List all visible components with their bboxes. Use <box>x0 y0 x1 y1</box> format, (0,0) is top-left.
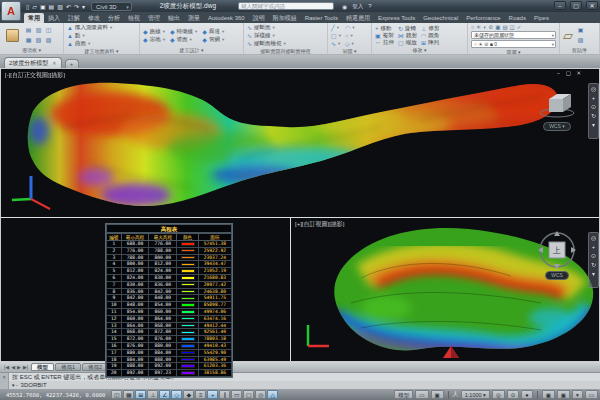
nav-tool-icon[interactable]: ⊙ <box>591 104 596 111</box>
minimize-button[interactable]: – <box>554 1 566 10</box>
application-menu-button[interactable]: A <box>1 1 21 21</box>
layer-tool-icon[interactable]: ◫ <box>510 24 515 30</box>
model-space-button[interactable]: 模型 <box>394 390 413 399</box>
quick-access-icon[interactable]: ▤ <box>49 3 55 10</box>
new-drawing-tab-button[interactable]: + <box>65 59 79 68</box>
draw-tool-button[interactable]: ╱▾ <box>331 24 341 31</box>
status-toggle-button[interactable]: ◫ <box>111 390 122 399</box>
palette-icon[interactable]: ▨ <box>44 36 53 45</box>
quick-view-icon[interactable]: ▭ <box>415 390 428 399</box>
ribbon-tab[interactable]: 分析 <box>104 13 124 23</box>
ribbon-button[interactable]: ∿縱斷面檢視▾ <box>247 40 286 47</box>
modify-tool-button[interactable]: ▢縮放 <box>398 39 417 46</box>
quick-access-icon[interactable]: ▯ <box>26 3 29 10</box>
tray-icon[interactable]: ▣ <box>542 390 555 399</box>
draw-tool-button[interactable]: ◠▾ <box>345 24 355 31</box>
drawing-tab[interactable]: 2坡度分析模型 ✕ <box>4 57 62 68</box>
ribbon-tab[interactable]: 常用 <box>24 13 44 23</box>
search-input[interactable]: 鍵入關鍵字或詞語 <box>238 2 334 10</box>
clipboard-icon[interactable]: ▣ <box>576 26 585 35</box>
ribbon-button[interactable]: ▲曲面▾ <box>67 40 112 47</box>
quick-access-icon[interactable]: ▾ <box>82 3 85 10</box>
modify-tool-button[interactable]: ◠圓角 <box>421 32 439 39</box>
ribbon-button[interactable]: ◆管網▾ <box>202 36 224 43</box>
ribbon-button[interactable]: ◆特徵線▾ <box>170 28 197 35</box>
modify-tool-button[interactable]: ⋈鏡射 <box>398 32 417 39</box>
paste-button[interactable]: ▱ <box>563 28 573 43</box>
panel-title[interactable]: 選項板 ▾ <box>0 47 63 54</box>
status-toggle-button[interactable]: ◎ <box>255 390 266 399</box>
layout-nav-icon[interactable]: ◀ <box>11 364 15 370</box>
ribbon-button[interactable]: ∿縱斷面▾ <box>247 24 286 31</box>
quick-view-icon[interactable]: ▣ <box>431 390 444 399</box>
panel-title[interactable]: 建立設計 ▾ <box>140 47 243 54</box>
ribbon-button[interactable]: ◆坡面▾ <box>170 36 197 43</box>
ribbon-tab[interactable]: Roads <box>505 13 530 23</box>
status-toggle-button[interactable]: ≡ <box>195 390 206 399</box>
ribbon-tab[interactable]: Express Tools <box>374 13 419 23</box>
wcs-dropdown[interactable]: WCS <box>545 271 569 280</box>
panel-title[interactable]: 製圖 ▾ <box>328 48 371 55</box>
quick-access-icon[interactable]: ▥ <box>57 3 63 10</box>
layer-tool-icon[interactable]: ▣ <box>495 24 500 30</box>
viewcube-top-icon[interactable]: 上 <box>537 230 577 270</box>
quick-access-icon[interactable]: ↶ <box>66 3 71 10</box>
ribbon-tab[interactable]: 檢視 <box>124 13 144 23</box>
viewport-legend[interactable]: 高程表 編號最小高程最大高程顏色面積 1688.00776.00 57451.3… <box>1 218 291 361</box>
viewcube-plan[interactable]: 上 WCS <box>537 230 577 280</box>
nav-tool-icon[interactable]: ↻ <box>591 113 596 120</box>
status-toggle-button[interactable]: ◆ <box>183 390 194 399</box>
tray-icon[interactable]: ▭ <box>585 390 598 399</box>
command-input[interactable]: ▾ - 3DORBIT <box>9 381 600 389</box>
nav-tool-icon[interactable]: + <box>592 95 596 102</box>
ribbon-tab[interactable]: Geotechnical <box>419 13 462 23</box>
layer-tool-icon[interactable]: ☀ <box>476 24 481 30</box>
ribbon-tab[interactable]: 修改 <box>84 13 104 23</box>
search-icon[interactable]: ◉ <box>342 3 347 10</box>
terrain-3d-surface[interactable] <box>1 69 599 218</box>
ribbon-button[interactable]: ∿採樣線▾ <box>247 32 286 39</box>
viewport-controls-label[interactable]: [-][自訂正交視圖][描影] <box>5 71 65 80</box>
ribbon-tab[interactable]: 測量 <box>184 13 204 23</box>
status-toggle-button[interactable]: ▦ <box>123 390 134 399</box>
ribbon-button[interactable]: ◆廊道▾ <box>202 28 224 35</box>
annotation-scale-dropdown[interactable]: 1:1000 ▾ <box>461 390 490 399</box>
ribbon-tab[interactable]: Raster Tools <box>301 13 342 23</box>
close-command-icon[interactable]: ✕ <box>2 373 6 381</box>
tray-icon[interactable]: ▣ <box>557 390 570 399</box>
panel-title[interactable]: 修改 ▾ <box>372 47 467 54</box>
layer-tool-icon[interactable]: ○ <box>471 24 474 30</box>
draw-tool-button[interactable]: ▢▾ <box>331 32 341 39</box>
close-button[interactable]: ✕ <box>586 1 598 10</box>
draw-tool-button[interactable]: ∿▾ <box>331 40 341 47</box>
restore-button[interactable]: ▢ <box>570 1 582 10</box>
nav-tool-icon[interactable]: ◎ <box>591 86 596 93</box>
help-icon[interactable]: ? <box>368 3 371 9</box>
ribbon-button[interactable]: ▲匯入測量資料▾ <box>67 24 112 31</box>
status-toggle-button[interactable]: ⊥ <box>147 390 158 399</box>
layer-tool-icon[interactable]: ◐ <box>483 24 486 30</box>
ribbon-button[interactable]: ▲點▾ <box>67 32 112 39</box>
status-tool-icon[interactable]: ◎ <box>492 390 505 399</box>
layer-tool-icon[interactable]: ⊘ <box>489 24 494 30</box>
ribbon-tab[interactable]: 說明 <box>249 13 269 23</box>
quick-access-icon[interactable]: ▣ <box>40 3 46 10</box>
palette-icon[interactable]: ▤ <box>24 26 33 35</box>
ribbon-tab[interactable]: 註解 <box>64 13 84 23</box>
modify-tool-button[interactable]: ⊞陣列 <box>421 39 439 46</box>
ribbon-tab[interactable]: 精選應用 <box>342 13 374 23</box>
workspace-switcher[interactable]: Civil 3D ▾ <box>91 2 132 11</box>
status-toggle-button[interactable]: △ <box>267 390 278 399</box>
viewport-main[interactable]: [-][自訂正交視圖][描影] – ▢ ✕ <box>1 69 599 218</box>
status-toggle-button[interactable]: ▢ <box>243 390 254 399</box>
status-toggle-button[interactable]: ▭ <box>231 390 242 399</box>
draw-tool-button[interactable]: ○▾ <box>345 32 355 39</box>
nav-tool-icon[interactable]: ▾ <box>592 122 595 129</box>
nav-tool-icon[interactable]: ▾ <box>592 271 595 278</box>
layout-nav-icon[interactable]: ▶| <box>23 364 28 370</box>
modify-tool-button[interactable]: ↔拉伸 <box>375 39 394 46</box>
toolspace-button[interactable] <box>3 24 21 46</box>
ribbon-tab[interactable]: 插入 <box>44 13 64 23</box>
modify-tool-button[interactable]: ▣複製 <box>375 32 394 39</box>
panel-title[interactable]: 縱斷面圖與縱斷面檢視 <box>244 48 327 55</box>
